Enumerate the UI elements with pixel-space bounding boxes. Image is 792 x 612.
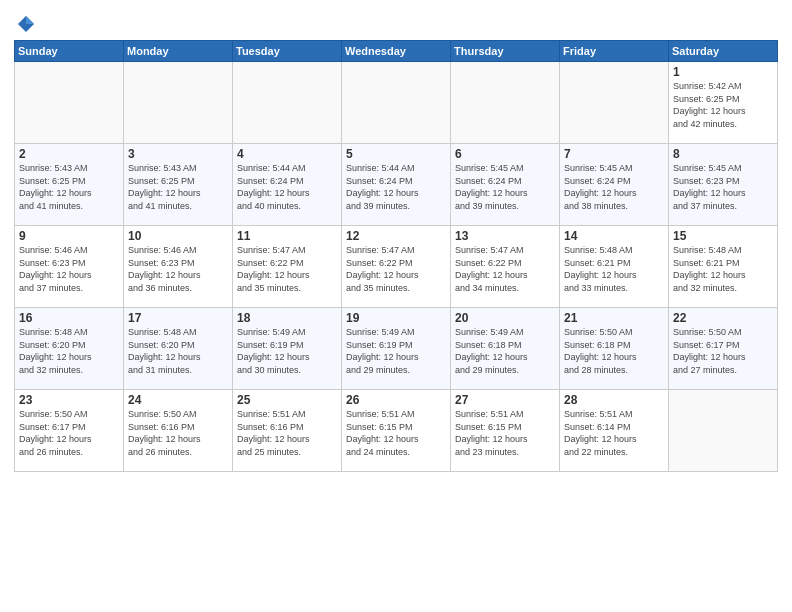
day-number: 24 (128, 393, 228, 407)
day-info: Sunrise: 5:51 AMSunset: 6:15 PMDaylight:… (346, 408, 446, 458)
weekday-row: SundayMondayTuesdayWednesdayThursdayFrid… (15, 41, 778, 62)
day-number: 4 (237, 147, 337, 161)
day-info: Sunrise: 5:48 AMSunset: 6:20 PMDaylight:… (128, 326, 228, 376)
day-number: 13 (455, 229, 555, 243)
day-number: 9 (19, 229, 119, 243)
day-number: 20 (455, 311, 555, 325)
calendar-cell (560, 62, 669, 144)
calendar-cell: 22Sunrise: 5:50 AMSunset: 6:17 PMDayligh… (669, 308, 778, 390)
day-info: Sunrise: 5:51 AMSunset: 6:14 PMDaylight:… (564, 408, 664, 458)
calendar-cell (233, 62, 342, 144)
day-info: Sunrise: 5:50 AMSunset: 6:17 PMDaylight:… (19, 408, 119, 458)
day-number: 14 (564, 229, 664, 243)
day-info: Sunrise: 5:42 AMSunset: 6:25 PMDaylight:… (673, 80, 773, 130)
day-info: Sunrise: 5:44 AMSunset: 6:24 PMDaylight:… (346, 162, 446, 212)
calendar-week-3: 16Sunrise: 5:48 AMSunset: 6:20 PMDayligh… (15, 308, 778, 390)
calendar-cell (15, 62, 124, 144)
day-info: Sunrise: 5:50 AMSunset: 6:16 PMDaylight:… (128, 408, 228, 458)
calendar-cell: 21Sunrise: 5:50 AMSunset: 6:18 PMDayligh… (560, 308, 669, 390)
calendar-cell: 26Sunrise: 5:51 AMSunset: 6:15 PMDayligh… (342, 390, 451, 472)
calendar-cell: 6Sunrise: 5:45 AMSunset: 6:24 PMDaylight… (451, 144, 560, 226)
day-info: Sunrise: 5:43 AMSunset: 6:25 PMDaylight:… (19, 162, 119, 212)
calendar-cell: 16Sunrise: 5:48 AMSunset: 6:20 PMDayligh… (15, 308, 124, 390)
day-number: 1 (673, 65, 773, 79)
calendar-header: SundayMondayTuesdayWednesdayThursdayFrid… (15, 41, 778, 62)
calendar-cell: 12Sunrise: 5:47 AMSunset: 6:22 PMDayligh… (342, 226, 451, 308)
weekday-header-friday: Friday (560, 41, 669, 62)
day-info: Sunrise: 5:49 AMSunset: 6:19 PMDaylight:… (237, 326, 337, 376)
weekday-header-sunday: Sunday (15, 41, 124, 62)
day-info: Sunrise: 5:47 AMSunset: 6:22 PMDaylight:… (237, 244, 337, 294)
calendar-cell: 20Sunrise: 5:49 AMSunset: 6:18 PMDayligh… (451, 308, 560, 390)
weekday-header-saturday: Saturday (669, 41, 778, 62)
day-info: Sunrise: 5:50 AMSunset: 6:17 PMDaylight:… (673, 326, 773, 376)
calendar-week-4: 23Sunrise: 5:50 AMSunset: 6:17 PMDayligh… (15, 390, 778, 472)
calendar-week-1: 2Sunrise: 5:43 AMSunset: 6:25 PMDaylight… (15, 144, 778, 226)
day-info: Sunrise: 5:48 AMSunset: 6:20 PMDaylight:… (19, 326, 119, 376)
calendar-cell: 19Sunrise: 5:49 AMSunset: 6:19 PMDayligh… (342, 308, 451, 390)
calendar-cell: 9Sunrise: 5:46 AMSunset: 6:23 PMDaylight… (15, 226, 124, 308)
day-number: 2 (19, 147, 119, 161)
day-number: 5 (346, 147, 446, 161)
day-number: 11 (237, 229, 337, 243)
logo (14, 14, 36, 34)
day-info: Sunrise: 5:49 AMSunset: 6:18 PMDaylight:… (455, 326, 555, 376)
day-info: Sunrise: 5:45 AMSunset: 6:24 PMDaylight:… (455, 162, 555, 212)
calendar-cell (451, 62, 560, 144)
calendar-body: 1Sunrise: 5:42 AMSunset: 6:25 PMDaylight… (15, 62, 778, 472)
calendar-cell: 3Sunrise: 5:43 AMSunset: 6:25 PMDaylight… (124, 144, 233, 226)
day-number: 25 (237, 393, 337, 407)
calendar-cell (124, 62, 233, 144)
calendar-cell: 11Sunrise: 5:47 AMSunset: 6:22 PMDayligh… (233, 226, 342, 308)
day-number: 27 (455, 393, 555, 407)
day-info: Sunrise: 5:46 AMSunset: 6:23 PMDaylight:… (19, 244, 119, 294)
day-number: 16 (19, 311, 119, 325)
calendar-week-0: 1Sunrise: 5:42 AMSunset: 6:25 PMDaylight… (15, 62, 778, 144)
day-info: Sunrise: 5:45 AMSunset: 6:23 PMDaylight:… (673, 162, 773, 212)
day-number: 10 (128, 229, 228, 243)
calendar-cell: 28Sunrise: 5:51 AMSunset: 6:14 PMDayligh… (560, 390, 669, 472)
day-info: Sunrise: 5:49 AMSunset: 6:19 PMDaylight:… (346, 326, 446, 376)
day-number: 8 (673, 147, 773, 161)
calendar-cell: 18Sunrise: 5:49 AMSunset: 6:19 PMDayligh… (233, 308, 342, 390)
calendar-cell (342, 62, 451, 144)
calendar-cell: 2Sunrise: 5:43 AMSunset: 6:25 PMDaylight… (15, 144, 124, 226)
calendar-cell: 27Sunrise: 5:51 AMSunset: 6:15 PMDayligh… (451, 390, 560, 472)
day-info: Sunrise: 5:50 AMSunset: 6:18 PMDaylight:… (564, 326, 664, 376)
day-info: Sunrise: 5:48 AMSunset: 6:21 PMDaylight:… (673, 244, 773, 294)
calendar-cell (669, 390, 778, 472)
weekday-header-wednesday: Wednesday (342, 41, 451, 62)
calendar-cell: 25Sunrise: 5:51 AMSunset: 6:16 PMDayligh… (233, 390, 342, 472)
day-info: Sunrise: 5:45 AMSunset: 6:24 PMDaylight:… (564, 162, 664, 212)
day-number: 19 (346, 311, 446, 325)
calendar-cell: 5Sunrise: 5:44 AMSunset: 6:24 PMDaylight… (342, 144, 451, 226)
day-number: 15 (673, 229, 773, 243)
calendar-cell: 14Sunrise: 5:48 AMSunset: 6:21 PMDayligh… (560, 226, 669, 308)
calendar-cell: 23Sunrise: 5:50 AMSunset: 6:17 PMDayligh… (15, 390, 124, 472)
day-number: 22 (673, 311, 773, 325)
day-number: 23 (19, 393, 119, 407)
header (14, 10, 778, 34)
calendar-cell: 13Sunrise: 5:47 AMSunset: 6:22 PMDayligh… (451, 226, 560, 308)
weekday-header-monday: Monday (124, 41, 233, 62)
day-number: 3 (128, 147, 228, 161)
day-number: 17 (128, 311, 228, 325)
calendar-cell: 24Sunrise: 5:50 AMSunset: 6:16 PMDayligh… (124, 390, 233, 472)
day-number: 21 (564, 311, 664, 325)
day-info: Sunrise: 5:51 AMSunset: 6:16 PMDaylight:… (237, 408, 337, 458)
calendar-cell: 4Sunrise: 5:44 AMSunset: 6:24 PMDaylight… (233, 144, 342, 226)
day-info: Sunrise: 5:48 AMSunset: 6:21 PMDaylight:… (564, 244, 664, 294)
day-info: Sunrise: 5:47 AMSunset: 6:22 PMDaylight:… (455, 244, 555, 294)
calendar-cell: 17Sunrise: 5:48 AMSunset: 6:20 PMDayligh… (124, 308, 233, 390)
day-number: 7 (564, 147, 664, 161)
day-number: 18 (237, 311, 337, 325)
calendar-cell: 10Sunrise: 5:46 AMSunset: 6:23 PMDayligh… (124, 226, 233, 308)
day-number: 28 (564, 393, 664, 407)
day-info: Sunrise: 5:44 AMSunset: 6:24 PMDaylight:… (237, 162, 337, 212)
day-number: 6 (455, 147, 555, 161)
logo-icon (16, 14, 36, 34)
calendar-week-2: 9Sunrise: 5:46 AMSunset: 6:23 PMDaylight… (15, 226, 778, 308)
calendar: SundayMondayTuesdayWednesdayThursdayFrid… (14, 40, 778, 472)
weekday-header-tuesday: Tuesday (233, 41, 342, 62)
weekday-header-thursday: Thursday (451, 41, 560, 62)
